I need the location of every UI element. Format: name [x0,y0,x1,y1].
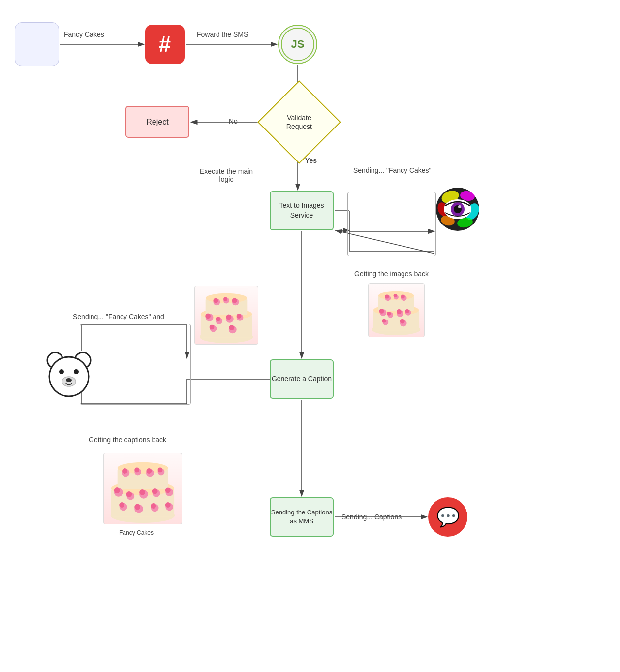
svg-point-120 [158,468,163,473]
fancy-cakes-label: Fancy Cakes [64,31,104,38]
connector-box-right [347,192,436,256]
svg-point-76 [229,325,234,330]
svg-point-98 [126,491,132,497]
svg-point-47 [397,309,402,314]
svg-point-110 [151,503,156,509]
svg-point-74 [210,325,215,330]
reject-label: Reject [146,118,168,127]
getting-images-back-label: Getting the images back [354,270,429,278]
generate-caption-label: Generate a Caption [272,374,332,384]
svg-point-51 [382,319,386,323]
generate-caption-node: Generate a Caption [270,359,334,399]
svg-point-106 [119,502,124,508]
chat-icon: 💬 [436,506,460,528]
svg-point-66 [205,314,211,319]
svg-point-108 [134,504,140,510]
svg-point-89 [66,378,72,382]
forward-sms-label: Foward the SMS [197,31,248,38]
eye-node [435,187,480,231]
getting-captions-back-label: Getting the captions back [89,436,166,444]
svg-point-53 [400,319,405,324]
sending-captions-node: Sending the Captions as MMS [270,497,334,537]
svg-point-49 [405,309,409,313]
cake-image-bottom-left [103,453,182,524]
svg-point-68 [216,317,220,321]
svg-point-102 [152,488,158,494]
nodejs-node: JS [278,25,317,64]
cake-image-right [368,283,425,337]
svg-point-86 [59,369,64,374]
svg-point-59 [401,295,405,299]
svg-point-57 [394,294,397,297]
svg-point-36 [458,205,461,208]
diagram: Fancy Cakes # Foward the SMS JS Validate… [0,0,620,672]
yes-label: Yes [305,157,317,164]
svg-point-55 [385,295,389,299]
sending-fancy-cakes-label: Sending... "Fancy Cakes" [353,166,432,174]
cake-image-middle [194,286,258,345]
sending-captions-label: Sending the Captions as MMS [271,508,333,526]
svg-point-70 [226,315,232,320]
no-label: No [229,117,238,125]
cake-image-caption: Fancy Cakes [119,529,154,536]
svg-point-96 [114,487,120,493]
svg-point-104 [165,488,171,493]
validate-label: Validate Request [286,113,312,131]
hashtag-node: # [145,25,185,64]
execute-main-label: Execute the main logic [194,167,258,183]
svg-point-87 [74,369,79,374]
svg-point-78 [213,298,218,303]
user-node [15,22,59,66]
svg-point-118 [146,468,152,474]
text-to-images-node: Text to Images Service [270,191,334,230]
svg-point-72 [237,314,242,319]
svg-point-82 [232,298,237,303]
sending-fancy-cakes-and-label: Sending... "Fancy Cakes" and [73,313,164,320]
text-to-images-label: Text to Images Service [271,201,333,220]
svg-point-112 [165,502,171,508]
svg-point-80 [223,297,227,301]
svg-point-114 [122,468,127,474]
connector-box-left [80,324,191,405]
svg-point-116 [134,468,139,473]
svg-point-43 [379,309,384,314]
svg-point-45 [387,312,391,316]
chat-node: 💬 [428,497,467,537]
svg-point-100 [139,489,145,495]
validate-node: Validate Request [257,80,341,164]
reject-node: Reject [125,106,189,138]
hashtag-icon: # [159,33,171,55]
sending-captions-flow-label: Sending... Captions [341,513,402,521]
